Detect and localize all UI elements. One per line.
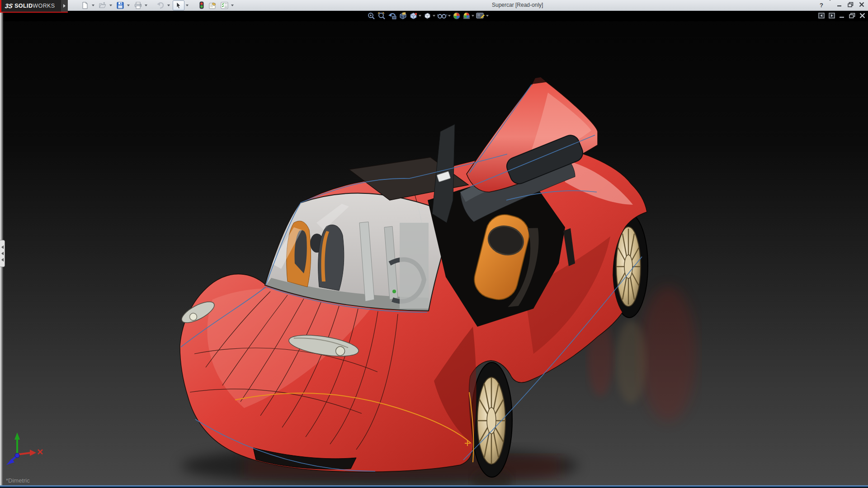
standard-toolbar [80,0,236,10]
print-dropdown[interactable] [144,1,148,10]
view-orientation-label: *Dimetric [6,477,30,484]
zoom-to-fit-button[interactable] [367,12,376,20]
file-properties-button[interactable] [208,1,218,10]
show-left-pane-button[interactable] [818,12,825,20]
new-document-button[interactable] [80,1,90,10]
graphics-area[interactable] [0,10,868,486]
save-dropdown[interactable] [126,1,131,10]
help-dropdown[interactable] [829,1,831,9]
undo-button[interactable] [155,1,166,10]
select-tool-button[interactable] [173,0,184,10]
show-right-pane-button[interactable] [829,12,835,20]
menu-flyout-arrow[interactable] [61,0,68,12]
front-wheel[interactable] [472,362,512,477]
help-button[interactable]: ? [820,2,823,9]
hide-show-items-button[interactable] [437,12,451,20]
options-dropdown[interactable] [230,1,235,10]
previous-view-button[interactable] [388,12,397,20]
model-supercar[interactable] [0,10,868,486]
options-button[interactable] [219,1,230,10]
select-tool-dropdown[interactable] [185,1,189,10]
apply-scene-button[interactable] [462,12,474,20]
expand-arrow-icon [1,258,4,262]
undo-dropdown[interactable] [166,1,171,10]
section-view-button[interactable] [399,12,407,20]
zoom-to-area-button[interactable] [377,12,386,20]
document-title: Supercar [Read-only] [492,2,543,8]
new-document-dropdown[interactable] [91,1,95,10]
feature-manager-expand-tab[interactable] [0,240,5,267]
view-orientation-button[interactable] [409,12,421,20]
print-button[interactable] [132,1,143,10]
view-settings-button[interactable] [476,12,489,20]
close-button[interactable] [859,1,864,9]
logo-3s-mark: 3S [5,2,13,9]
solidworks-logo[interactable]: 3S SOLID WORKS [0,0,68,13]
expand-arrow-icon [1,252,4,255]
expand-arrow-icon [1,245,4,249]
open-button[interactable] [97,1,108,10]
doc-close-button[interactable] [859,12,865,20]
save-button[interactable] [115,1,126,10]
minimize-button[interactable] [837,1,842,9]
document-window-controls [818,12,865,20]
logo-text-bold: SOLID [14,3,33,9]
logo-text-light: WORKS [33,3,55,9]
open-dropdown[interactable] [108,1,113,10]
doc-restore-button[interactable] [849,12,855,20]
doc-minimize-button[interactable] [839,12,845,20]
restore-button[interactable] [848,1,854,9]
rebuild-button[interactable] [196,1,207,10]
window-controls: ? [820,1,864,9]
display-style-button[interactable] [423,12,435,20]
headsup-view-toolbar [367,12,489,20]
edit-appearance-button[interactable] [453,12,461,20]
